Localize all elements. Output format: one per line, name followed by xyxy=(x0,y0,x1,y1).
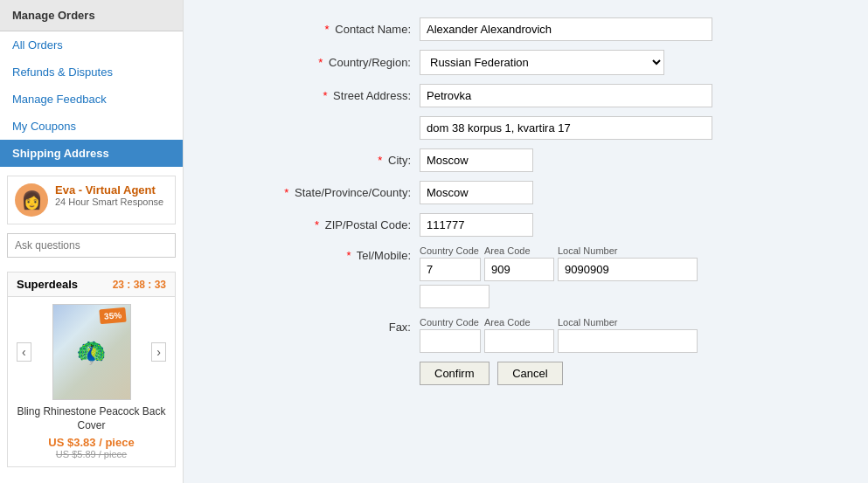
sidebar-manage-orders-header: Manage Orders xyxy=(0,0,183,31)
product-price-current: US $3.83 / piece xyxy=(15,436,168,449)
street-address-row: * Street Address: xyxy=(210,84,842,107)
sidebar-item-all-orders[interactable]: All Orders xyxy=(0,31,183,59)
superdeals-timer: 23 : 38 : 33 xyxy=(113,279,166,291)
prev-product-button[interactable]: ‹ xyxy=(17,342,31,362)
required-star-tel: * xyxy=(346,249,351,262)
country-region-select[interactable]: Russian Federation United States China G… xyxy=(420,50,664,75)
country-region-label: * Country/Region: xyxy=(210,56,420,69)
city-input[interactable] xyxy=(420,148,533,172)
fax-local-header: Local Number xyxy=(558,317,617,328)
agent-box: 👩 Eva - Virtual Agent 24 Hour Smart Resp… xyxy=(7,176,176,224)
superdeals-title: Superdeals xyxy=(17,278,78,291)
tel-country-code-input[interactable] xyxy=(420,258,481,281)
street-line2-input[interactable] xyxy=(420,116,712,140)
fax-label: Fax: xyxy=(210,317,420,334)
fax-area-code-header: Area Code xyxy=(484,317,558,328)
form-buttons-row: Confirm Cancel xyxy=(210,362,842,385)
main-content: * Contact Name: * Country/Region: Russia… xyxy=(184,0,868,483)
sidebar-item-refunds-disputes[interactable]: Refunds & Disputes xyxy=(0,59,183,86)
required-star-zip: * xyxy=(315,218,319,231)
confirm-button[interactable]: Confirm xyxy=(420,362,490,385)
contact-name-input[interactable] xyxy=(420,17,712,41)
product-image: 🦚 35% xyxy=(52,304,131,400)
fax-group: Country Code Area Code Local Number xyxy=(420,317,698,353)
product-container: ‹ 🦚 35% › xyxy=(15,304,168,400)
ask-questions-input[interactable] xyxy=(7,233,176,258)
sidebar-item-my-coupons[interactable]: My Coupons xyxy=(0,113,183,140)
agent-avatar: 👩 xyxy=(15,183,48,217)
fax-country-code-header: Country Code xyxy=(420,317,484,328)
product-name: Bling Rhinestone Peacock Back Cover xyxy=(15,405,168,432)
agent-name: Eva - Virtual Agent xyxy=(55,183,163,197)
contact-name-row: * Contact Name: xyxy=(210,17,842,41)
tel-group: Country Code Area Code Local Number xyxy=(420,245,698,308)
tel-local-header: Local Number xyxy=(558,245,617,256)
city-row: * City: xyxy=(210,148,842,172)
country-region-row: * Country/Region: Russian Federation Uni… xyxy=(210,50,842,75)
discount-badge: 35% xyxy=(100,307,127,325)
tel-row: * Tel/Mobile: Country Code Area Code Loc… xyxy=(210,245,842,308)
fax-header-row: Country Code Area Code Local Number xyxy=(420,317,698,328)
superdeals-section: Superdeals 23 : 38 : 33 ‹ 🦚 35% › Bling … xyxy=(7,272,176,467)
street-line1-input[interactable] xyxy=(420,84,712,107)
manage-orders-label: Manage Orders xyxy=(12,9,95,22)
state-row: * State/Province/County: xyxy=(210,181,842,204)
tel-label: * Tel/Mobile: xyxy=(210,245,420,262)
cancel-button[interactable]: Cancel xyxy=(497,362,562,385)
agent-info: Eva - Virtual Agent 24 Hour Smart Respon… xyxy=(55,183,163,207)
required-star-street: * xyxy=(323,89,327,102)
product-price-original: US $5.89 / piece xyxy=(15,449,168,459)
street-address-label: * Street Address: xyxy=(210,89,420,102)
state-input[interactable] xyxy=(420,181,533,204)
state-label: * State/Province/County: xyxy=(210,186,420,199)
tel-extension-row xyxy=(420,285,698,308)
tel-area-code-input[interactable] xyxy=(484,258,554,281)
street-address-row2 xyxy=(210,116,842,140)
required-star-city: * xyxy=(378,154,382,167)
tel-country-code-header: Country Code xyxy=(420,245,484,256)
required-star-state: * xyxy=(284,186,288,199)
fax-area-code-input[interactable] xyxy=(484,329,554,353)
tel-inputs-row xyxy=(420,258,698,281)
city-label: * City: xyxy=(210,154,420,167)
superdeals-product: ‹ 🦚 35% › Bling Rhinestone Peacock Back … xyxy=(8,297,175,466)
fax-local-input[interactable] xyxy=(558,329,698,353)
zip-row: * ZIP/Postal Code: xyxy=(210,213,842,237)
required-star-country: * xyxy=(318,56,323,69)
contact-name-label: * Contact Name: xyxy=(210,23,420,36)
fax-country-code-input[interactable] xyxy=(420,329,481,353)
sidebar: Manage Orders All Orders Refunds & Dispu… xyxy=(0,0,184,483)
agent-subtitle: 24 Hour Smart Response xyxy=(55,197,163,207)
sidebar-nav: All Orders Refunds & Disputes Manage Fee… xyxy=(0,31,183,167)
required-star: * xyxy=(325,23,330,36)
tel-header-row: Country Code Area Code Local Number xyxy=(420,245,698,256)
fax-inputs-row xyxy=(420,329,698,353)
superdeals-header: Superdeals 23 : 38 : 33 xyxy=(8,273,175,297)
zip-label: * ZIP/Postal Code: xyxy=(210,218,420,231)
zip-input[interactable] xyxy=(420,213,533,237)
sidebar-item-manage-feedback[interactable]: Manage Feedback xyxy=(0,86,183,113)
tel-area-code-header: Area Code xyxy=(484,245,558,256)
sidebar-item-shipping-address[interactable]: Shipping Address xyxy=(0,140,183,167)
tel-extension-input[interactable] xyxy=(420,285,490,308)
tel-local-input[interactable] xyxy=(558,258,698,281)
next-product-button[interactable]: › xyxy=(151,342,166,362)
fax-row: Fax: Country Code Area Code Local Number xyxy=(210,317,842,353)
shipping-address-form: * Contact Name: * Country/Region: Russia… xyxy=(210,17,842,385)
